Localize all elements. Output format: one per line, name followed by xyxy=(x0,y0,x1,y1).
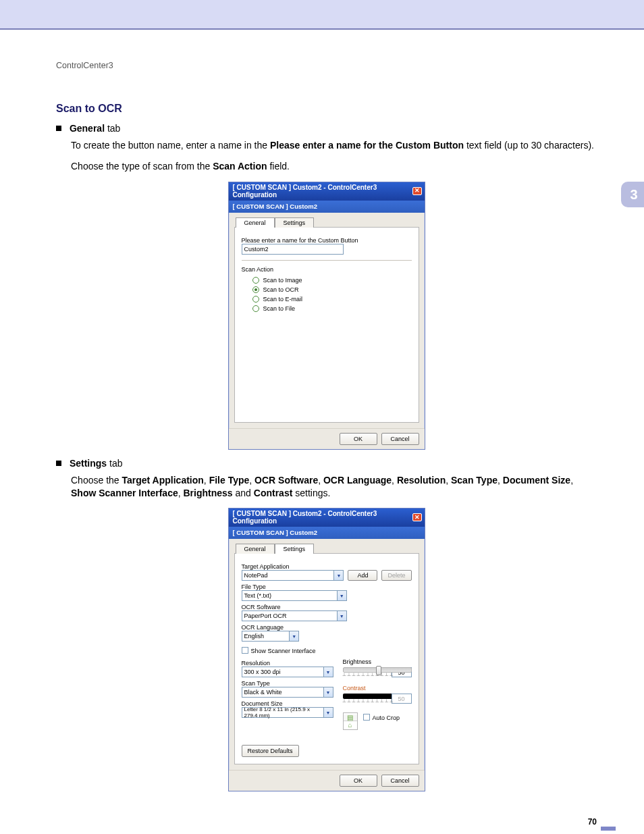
delete-button: Delete xyxy=(381,570,411,581)
dialog1-panel: Please enter a name for the Custom Butto… xyxy=(234,227,419,423)
label-target-app: Target Application xyxy=(242,563,412,570)
tab-general[interactable]: General xyxy=(236,217,275,228)
paragraph-choose-settings: Choose the Target Application, File Type… xyxy=(71,474,597,500)
cancel-button[interactable]: Cancel xyxy=(381,775,419,787)
dialog2-titlebar: [ CUSTOM SCAN ] Custom2 - ControlCenter3… xyxy=(229,509,425,527)
bullet-text-strong: Settings xyxy=(70,458,107,469)
section-title: Scan to OCR xyxy=(56,103,597,115)
chevron-down-icon: ▼ xyxy=(337,591,346,600)
checkbox-icon xyxy=(242,647,248,654)
dialog2-title-text: [ CUSTOM SCAN ] Custom2 - ControlCenter3… xyxy=(233,510,413,525)
checkbox-icon xyxy=(363,714,370,721)
label-ocr-software: OCR Software xyxy=(242,604,412,610)
radio-icon xyxy=(252,296,259,303)
bullet-square-icon xyxy=(56,126,61,131)
dialog1-tabs: GeneralSettings xyxy=(236,217,425,227)
dialog-general-tab: [ CUSTOM SCAN ] Custom2 - ControlCenter3… xyxy=(228,182,425,450)
restore-defaults-button[interactable]: Restore Defaults xyxy=(242,745,299,757)
label-contrast: Contrast xyxy=(343,685,412,692)
label-ocr-language: OCR Language xyxy=(242,624,412,631)
bullet-text-rest: tab xyxy=(105,123,120,134)
label-file-type: File Type xyxy=(242,583,412,590)
add-button[interactable]: Add xyxy=(348,570,377,581)
chevron-down-icon: ▼ xyxy=(337,611,346,621)
chapter-marker: 3 xyxy=(621,182,644,207)
ok-button[interactable]: OK xyxy=(340,433,377,445)
radio-icon xyxy=(252,286,259,293)
radio-icon xyxy=(252,277,259,284)
brightness-slider[interactable] xyxy=(343,667,412,673)
ocr-software-dropdown[interactable]: PaperPort OCR▼ xyxy=(242,610,347,621)
scan-preview-icon[interactable]: ▤ ⌂ xyxy=(343,712,358,730)
chevron-down-icon: ▼ xyxy=(289,631,298,641)
dialog2-tabs: GeneralSettings xyxy=(236,543,425,553)
file-type-dropdown[interactable]: Text (*.txt)▼ xyxy=(242,590,347,601)
dialog1-titlebar: [ CUSTOM SCAN ] Custom2 - ControlCenter3… xyxy=(229,182,425,201)
bullet-text-strong: General xyxy=(70,123,105,134)
tab-general[interactable]: General xyxy=(236,544,275,554)
bullet-settings-tab: Settings tab xyxy=(56,458,597,469)
page-footer: 70 xyxy=(56,810,597,827)
dialog2-subtitle: [ CUSTOM SCAN ] Custom2 xyxy=(229,527,425,539)
label-scan-type: Scan Type xyxy=(242,680,333,687)
dialog1-subtitle: [ CUSTOM SCAN ] Custom2 xyxy=(229,201,425,213)
breadcrumb: ControlCenter3 xyxy=(56,61,597,70)
scan-type-dropdown[interactable]: Black & White▼ xyxy=(242,687,333,698)
ok-button[interactable]: OK xyxy=(340,775,377,787)
cancel-button[interactable]: Cancel xyxy=(381,433,419,445)
chevron-down-icon: ▼ xyxy=(323,687,333,697)
show-scanner-interface-checkbox[interactable]: Show Scanner Interface xyxy=(242,647,412,654)
bullet-square-icon xyxy=(56,461,61,466)
label-enter-name: Please enter a name for the Custom Butto… xyxy=(242,237,412,244)
radio-icon xyxy=(252,305,259,312)
target-app-dropdown[interactable]: NotePad▼ xyxy=(242,570,344,581)
radio-scan-to-file[interactable]: Scan to File xyxy=(252,305,412,312)
dialog2-button-bar: OK Cancel xyxy=(229,770,425,791)
close-icon[interactable]: ✕ xyxy=(412,513,421,521)
dialog1-title-text: [ CUSTOM SCAN ] Custom2 - ControlCenter3… xyxy=(233,184,413,199)
label-resolution: Resolution xyxy=(242,660,333,667)
label-brightness: Brightness xyxy=(343,658,412,665)
top-header-band xyxy=(0,0,644,30)
dialog2-panel: Target Application NotePad▼ Add Delete F… xyxy=(234,553,419,764)
custom-name-input[interactable]: Custom2 xyxy=(242,244,344,255)
slider-thumb-icon xyxy=(376,666,381,675)
radio-scan-to-image[interactable]: Scan to Image xyxy=(252,277,412,284)
chevron-down-icon: ▼ xyxy=(333,571,343,580)
auto-crop-checkbox[interactable]: Auto Crop xyxy=(363,714,400,721)
dialog1-button-bar: OK Cancel xyxy=(229,428,425,449)
close-icon[interactable]: ✕ xyxy=(412,187,421,195)
chevron-down-icon: ▼ xyxy=(323,667,333,677)
resolution-dropdown[interactable]: 300 x 300 dpi▼ xyxy=(242,667,333,677)
radio-scan-to-email[interactable]: Scan to E-mail xyxy=(252,296,412,303)
bullet-general-tab: General tab xyxy=(56,123,597,134)
ocr-language-dropdown[interactable]: English▼ xyxy=(242,631,300,642)
chevron-down-icon: ▼ xyxy=(323,708,333,717)
document-size-dropdown[interactable]: Letter 8 1/2 x 11 in (215.9 x 279.4 mm)▼ xyxy=(242,707,333,718)
tab-settings[interactable]: Settings xyxy=(275,544,315,554)
radio-scan-to-ocr[interactable]: Scan to OCR xyxy=(252,286,412,293)
page-number: 70 xyxy=(588,817,597,827)
label-scan-action: Scan Action xyxy=(242,266,412,273)
dialog-settings-tab: [ CUSTOM SCAN ] Custom2 - ControlCenter3… xyxy=(228,508,425,791)
bullet-text-rest: tab xyxy=(107,458,122,469)
tab-settings[interactable]: Settings xyxy=(275,217,315,228)
paragraph-create-button-name: To create the button name, enter a name … xyxy=(71,139,597,152)
footer-accent-bar xyxy=(601,827,616,831)
paragraph-choose-scan-action: Choose the type of scan from the Scan Ac… xyxy=(71,160,597,173)
